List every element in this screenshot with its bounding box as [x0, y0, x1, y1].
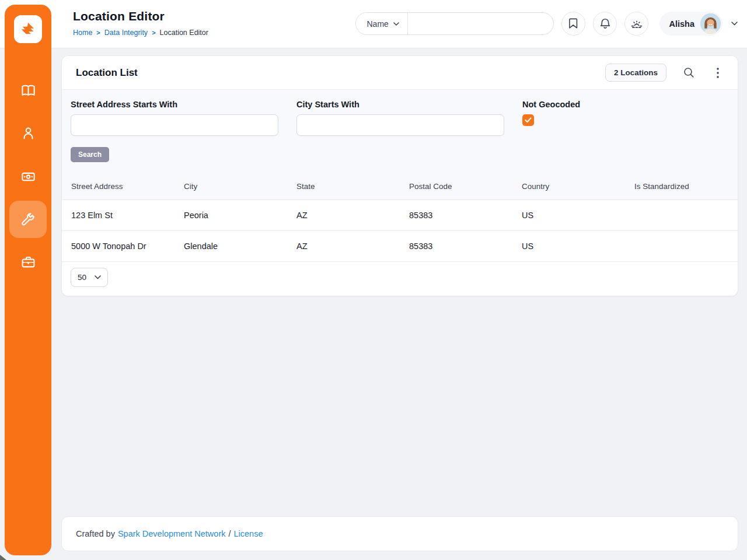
book-open-icon: [20, 83, 36, 99]
search-category-label: Name: [366, 19, 388, 29]
user-menu[interactable]: Alisha: [659, 12, 722, 36]
kebab-menu-icon: [717, 68, 719, 78]
cell-state[interactable]: AZ: [287, 231, 400, 262]
bookmark-icon: [569, 18, 578, 29]
search-icon: [683, 67, 694, 78]
chevron-down-icon: [393, 22, 399, 26]
column-is-standardized[interactable]: Is Standardized: [625, 173, 738, 200]
table-header: Street Address City State Postal Code Co…: [62, 173, 738, 200]
person-icon: [20, 125, 36, 141]
breadcrumb-data-integrity[interactable]: Data Integrity: [104, 29, 148, 37]
cell-city[interactable]: Peoria: [174, 200, 287, 231]
cell-city[interactable]: Glendale: [174, 231, 287, 262]
cursor-artifact: [0, 555, 6, 560]
column-state[interactable]: State: [287, 173, 400, 200]
footer-separator: /: [228, 529, 231, 538]
cell-street-address[interactable]: 123 Elm St: [62, 200, 174, 231]
panel-title: Location List: [76, 67, 138, 79]
grid-search-button[interactable]: [682, 66, 696, 80]
breadcrumb-separator: >: [152, 29, 155, 36]
street-filter-label: Street Address Starts With: [71, 100, 278, 109]
cell-country[interactable]: US: [512, 200, 625, 231]
wrench-icon: [20, 212, 36, 228]
sidebar: [5, 5, 51, 555]
bookmark-button[interactable]: [561, 12, 585, 36]
sidebar-item-briefcase[interactable]: [9, 243, 47, 281]
cell-is-standardized[interactable]: [625, 200, 738, 231]
table-row[interactable]: 123 Elm St Peoria AZ 85383 US: [62, 200, 738, 231]
main-content: Location List 2 Locations Street Address…: [61, 55, 738, 296]
avatar: [700, 13, 721, 34]
city-filter: City Starts With: [296, 100, 504, 136]
license-link[interactable]: License: [234, 529, 263, 538]
column-city[interactable]: City: [174, 173, 287, 200]
breadcrumb-home[interactable]: Home: [73, 29, 92, 37]
user-name: Alisha: [669, 19, 694, 29]
filter-search-button[interactable]: Search: [71, 147, 109, 162]
search-category-dropdown[interactable]: Name: [356, 13, 407, 34]
location-table: Street Address City State Postal Code Co…: [62, 173, 738, 262]
cell-country[interactable]: US: [512, 231, 625, 262]
theme-button[interactable]: [624, 12, 648, 36]
bell-icon: [600, 18, 610, 29]
location-list-panel: Location List 2 Locations Street Address…: [61, 55, 738, 296]
breadcrumb: Home > Data Integrity > Location Editor: [73, 29, 208, 37]
sidebar-item-tools[interactable]: [9, 201, 47, 238]
chevron-down-icon[interactable]: [731, 22, 738, 26]
page-title: Location Editor: [73, 9, 165, 23]
grid-pagination: 50: [62, 262, 738, 296]
money-bill-icon: [20, 169, 36, 184]
page-footer: Crafted by Spark Development Network / L…: [61, 516, 738, 551]
column-postal-code[interactable]: Postal Code: [400, 173, 512, 200]
spark-development-network-link[interactable]: Spark Development Network: [118, 529, 226, 538]
page-size-value: 50: [78, 273, 86, 282]
street-filter: Street Address Starts With: [71, 100, 278, 136]
breadcrumb-current: Location Editor: [160, 29, 208, 37]
page-size-select[interactable]: 50: [71, 268, 108, 287]
app-logo[interactable]: [14, 15, 42, 43]
top-header: Location Editor Home > Data Integrity > …: [0, 0, 747, 48]
footer-crafted-by: Crafted by: [76, 529, 115, 538]
cell-is-standardized[interactable]: [625, 231, 738, 262]
not-geocoded-label: Not Geocoded: [522, 100, 728, 109]
sidebar-item-money[interactable]: [9, 158, 47, 195]
column-street-address[interactable]: Street Address: [62, 173, 174, 200]
cell-postal-code[interactable]: 85383: [400, 200, 512, 231]
notifications-button[interactable]: [593, 12, 617, 36]
check-icon: [525, 117, 532, 123]
topbar-actions: Name Alisha: [355, 12, 738, 36]
not-geocoded-checkbox[interactable]: [522, 114, 534, 126]
street-filter-input[interactable]: [71, 114, 278, 136]
grid-options-button[interactable]: [711, 66, 725, 80]
rock-logo-icon: [19, 20, 37, 38]
smart-search: Name: [355, 12, 554, 35]
city-filter-input[interactable]: [296, 114, 504, 136]
breadcrumb-separator: >: [96, 29, 100, 36]
panel-header-actions: 2 Locations: [605, 64, 725, 82]
location-count-badge[interactable]: 2 Locations: [605, 64, 666, 82]
column-country[interactable]: Country: [512, 173, 625, 200]
table-row[interactable]: 5000 W Tonopah Dr Glendale AZ 85383 US: [62, 231, 738, 262]
cell-state[interactable]: AZ: [287, 200, 400, 231]
sidebar-item-person[interactable]: [9, 114, 47, 152]
sidebar-item-book[interactable]: [9, 72, 47, 109]
cell-street-address[interactable]: 5000 W Tonopah Dr: [62, 231, 174, 262]
sunrise-theme-icon: [631, 19, 643, 29]
city-filter-label: City Starts With: [296, 100, 504, 109]
search-input[interactable]: [408, 13, 554, 34]
panel-header: Location List 2 Locations: [62, 56, 738, 90]
briefcase-icon: [20, 254, 36, 270]
not-geocoded-filter: Not Geocoded: [522, 100, 728, 136]
cell-postal-code[interactable]: 85383: [400, 231, 512, 262]
grid-filters: Street Address Starts With City Starts W…: [62, 90, 738, 173]
chevron-down-icon: [95, 275, 101, 279]
